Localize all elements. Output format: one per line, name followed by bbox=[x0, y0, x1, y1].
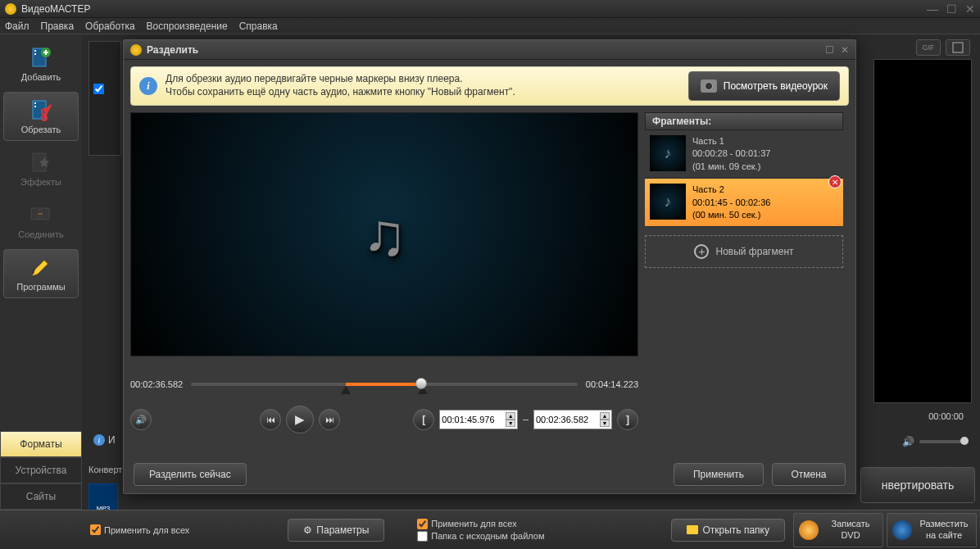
fragment-range: 00:01:45 - 00:02:36 bbox=[692, 197, 838, 209]
menu-edit[interactable]: Правка bbox=[41, 20, 75, 32]
volume-control[interactable]: 🔊 bbox=[902, 436, 969, 447]
spin-up[interactable]: ▲ bbox=[506, 412, 515, 420]
menu-file[interactable]: Файл bbox=[5, 20, 29, 32]
time-from-input[interactable]: 00:01:45.976 ▲▼ bbox=[439, 410, 518, 429]
fragment-duration: (00 мин. 50 сек.) bbox=[692, 209, 838, 221]
player-screen: ♫ bbox=[130, 112, 638, 356]
titlebar: ВидеоМАСТЕР — ☐ ✕ bbox=[0, 0, 980, 18]
burn-dvd-button[interactable]: Записать DVD bbox=[793, 513, 883, 547]
fragments-title: Фрагменты: bbox=[645, 112, 843, 130]
apply-button[interactable]: Применить bbox=[674, 463, 764, 486]
timeline-start: 00:02:36.582 bbox=[130, 379, 183, 389]
dialog-footer: Разделить сейчас Применить Отмена bbox=[124, 456, 855, 493]
film-add-icon bbox=[29, 46, 52, 69]
fragment-name: Часть 1 bbox=[692, 135, 838, 147]
app-icon bbox=[5, 3, 16, 15]
menu-help[interactable]: Справка bbox=[239, 20, 278, 32]
tab-devices[interactable]: Устройства bbox=[0, 457, 82, 483]
spin-down[interactable]: ▼ bbox=[600, 420, 610, 427]
sidebar-programs[interactable]: Программы bbox=[3, 249, 79, 298]
timeline-thumb[interactable] bbox=[415, 378, 427, 389]
bottom-panel: Применить для всех ⚙ Параметры Применить… bbox=[0, 510, 980, 549]
minimize-button[interactable]: — bbox=[927, 2, 938, 16]
programs-icon bbox=[29, 256, 52, 279]
format-mp3-icon[interactable]: MP3 bbox=[88, 483, 118, 513]
fragment-range: 00:00:28 - 00:01:37 bbox=[692, 147, 838, 160]
spin-down[interactable]: ▼ bbox=[506, 420, 515, 427]
info-text: И bbox=[108, 434, 116, 446]
info-row: i И bbox=[93, 434, 116, 446]
sidebar-effects-label: Эффекты bbox=[20, 177, 61, 187]
next-button[interactable]: ⏭ bbox=[319, 409, 340, 430]
fragment-item[interactable]: ♪ Часть 2 00:01:45 - 00:02:36 (00 мин. 5… bbox=[645, 179, 843, 227]
svg-rect-2 bbox=[34, 53, 36, 55]
svg-rect-14 bbox=[953, 43, 963, 52]
apply-all-checkbox-1[interactable]: Применить для всех bbox=[90, 524, 189, 535]
file-checkbox[interactable] bbox=[93, 84, 104, 94]
timeline-track[interactable] bbox=[191, 383, 578, 386]
fullscreen-button[interactable] bbox=[946, 39, 970, 56]
svg-rect-8 bbox=[34, 106, 36, 107]
dvd-icon bbox=[799, 520, 819, 540]
menubar: Файл Правка Обработка Воспроизведение Сп… bbox=[0, 18, 980, 34]
bg-time: 00:00:00 bbox=[928, 411, 964, 421]
film-cut-icon bbox=[29, 98, 52, 121]
svg-rect-7 bbox=[34, 102, 36, 104]
dialog-close-button[interactable]: ✕ bbox=[841, 44, 849, 56]
sidebar-cut-label: Обрезать bbox=[21, 125, 61, 134]
time-to-input[interactable]: 00:02:36.582 ▲▼ bbox=[533, 410, 612, 429]
tab-formats[interactable]: Форматы bbox=[0, 431, 82, 457]
dialog-titlebar: Разделить ☐ ✕ bbox=[124, 40, 855, 60]
fragment-duration: (01 мин. 09 сек.) bbox=[692, 161, 838, 173]
timeline-end: 00:04:14.223 bbox=[586, 379, 638, 389]
info-icon: i bbox=[139, 77, 157, 95]
set-end-button[interactable]: ] bbox=[617, 409, 638, 430]
sidebar-add-label: Добавить bbox=[21, 72, 61, 82]
publish-button[interactable]: Разместить на сайте bbox=[887, 513, 977, 547]
params-button[interactable]: ⚙ Параметры bbox=[288, 519, 384, 542]
menu-playback[interactable]: Воспроизведение bbox=[147, 20, 228, 32]
close-button[interactable]: ✕ bbox=[965, 2, 975, 16]
prev-button[interactable]: ⏮ bbox=[260, 409, 281, 430]
mute-button[interactable]: 🔊 bbox=[130, 409, 152, 430]
convert-button-bg[interactable]: нвертировать bbox=[860, 467, 975, 503]
split-dialog: Разделить ☐ ✕ i Для обрезки аудио передв… bbox=[123, 39, 856, 494]
join-icon bbox=[29, 203, 52, 226]
set-start-button[interactable]: [ bbox=[413, 409, 434, 430]
svg-rect-1 bbox=[34, 50, 36, 52]
menu-process[interactable]: Обработка bbox=[85, 20, 135, 32]
gear-icon: ⚙ bbox=[303, 524, 312, 536]
gif-button[interactable]: GIF bbox=[916, 39, 941, 56]
left-tabs: Форматы Устройства Сайты bbox=[0, 431, 82, 510]
hint-bar: i Для обрезки аудио передвигайте черные … bbox=[130, 66, 849, 106]
fragment-delete-button[interactable]: ✕ bbox=[828, 175, 842, 188]
dialog-minimize-button[interactable]: ☐ bbox=[825, 44, 834, 56]
tab-sites[interactable]: Сайты bbox=[0, 483, 82, 510]
hint-text: Для обрезки аудио передвигайте черные ма… bbox=[166, 73, 680, 98]
fragment-item[interactable]: ♪ Часть 1 00:00:28 - 00:01:37 (01 мин. 0… bbox=[645, 130, 843, 179]
sidebar-effects: Эффекты bbox=[3, 144, 79, 193]
tutorial-button[interactable]: Посмотреть видеоурок bbox=[688, 71, 840, 101]
timeline[interactable]: 00:02:36.582 00:04:14.223 bbox=[130, 379, 638, 389]
app-title: ВидеоМАСТЕР bbox=[21, 3, 927, 15]
fragment-thumb-icon: ♪ bbox=[650, 135, 686, 171]
maximize-button[interactable]: ☐ bbox=[946, 2, 957, 16]
spin-up[interactable]: ▲ bbox=[600, 412, 610, 420]
marker-left[interactable] bbox=[341, 386, 351, 394]
sidebar-add[interactable]: Добавить bbox=[3, 39, 79, 88]
effects-icon bbox=[29, 151, 52, 174]
apply-all-checkbox-2[interactable]: Применить для всех bbox=[417, 519, 544, 529]
sidebar-cut[interactable]: Обрезать bbox=[3, 92, 79, 141]
fragment-thumb-icon: ♪ bbox=[650, 184, 686, 220]
preview-bg bbox=[873, 59, 972, 403]
source-folder-checkbox[interactable]: Папка с исходным файлом bbox=[417, 531, 544, 542]
file-list-bg bbox=[88, 41, 121, 156]
play-button[interactable]: ▶ bbox=[286, 406, 314, 433]
cancel-button[interactable]: Отмена bbox=[772, 463, 846, 486]
fragment-name: Часть 2 bbox=[692, 184, 838, 196]
new-fragment-button[interactable]: + Новый фрагмент bbox=[645, 235, 843, 268]
open-folder-button[interactable]: Открыть папку bbox=[671, 519, 785, 542]
dialog-icon bbox=[130, 44, 142, 56]
music-note-icon: ♫ bbox=[362, 201, 406, 268]
split-now-button[interactable]: Разделить сейчас bbox=[134, 463, 247, 486]
